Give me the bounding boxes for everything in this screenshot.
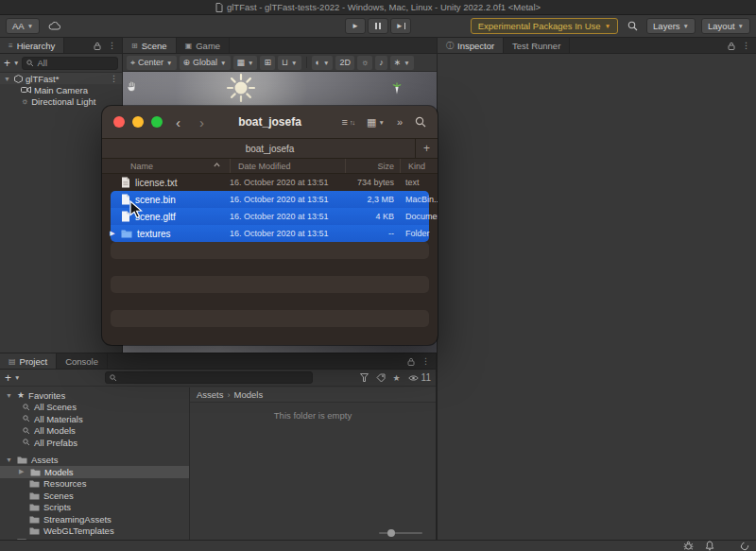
column-date-modified[interactable]: Date Modified xyxy=(230,159,345,173)
empty-folder-message: This folder is empty xyxy=(190,410,436,421)
chevron-down-icon: ▼ xyxy=(13,60,19,66)
column-name[interactable]: Name xyxy=(102,159,230,173)
play-button[interactable]: ► xyxy=(345,18,366,34)
folder-icon xyxy=(29,526,40,535)
grid-visibility-dropdown[interactable]: ▦ ▼ xyxy=(233,56,258,70)
account-button[interactable]: AA▼ xyxy=(6,18,40,34)
tab-game[interactable]: ▣ Game xyxy=(177,38,230,53)
search-icon xyxy=(23,439,30,446)
search-button[interactable] xyxy=(624,18,641,34)
folder-streamingassets[interactable]: StreamingAssets xyxy=(0,513,189,525)
slider-knob[interactable] xyxy=(387,529,395,537)
pause-icon xyxy=(375,23,381,29)
file-row-scene-gltf[interactable]: scene.gltf 16. October 2020 at 13:51 4 K… xyxy=(102,208,438,225)
step-button[interactable]: ► xyxy=(390,18,411,34)
minimize-button[interactable] xyxy=(132,116,144,128)
disclosure-triangle-icon[interactable]: ▶ xyxy=(109,230,116,237)
folder-icon xyxy=(29,479,40,488)
finder-tab-title[interactable]: boat_josefa xyxy=(246,144,295,154)
panel-menu-icon[interactable]: ⋮ xyxy=(421,356,430,366)
hidden-packages-toggle[interactable]: 11 xyxy=(408,372,431,383)
tab-console[interactable]: Console xyxy=(57,353,108,369)
debugger-icon[interactable] xyxy=(683,541,694,551)
tool-pivot-dropdown[interactable]: ⌖ Center ▼ xyxy=(127,56,177,70)
column-size[interactable]: Size xyxy=(345,159,400,173)
snap-increment-button[interactable]: ⊞ xyxy=(260,56,275,70)
maximize-button[interactable] xyxy=(151,116,163,128)
thumbnail-zoom-slider[interactable] xyxy=(379,532,422,534)
hierarchy-item-main-camera[interactable]: Main Camera xyxy=(0,84,122,95)
add-asset-button[interactable]: + xyxy=(5,372,11,384)
hierarchy-scene-row[interactable]: ▼ glTFast* ⋮ xyxy=(0,73,122,84)
new-tab-button[interactable]: + xyxy=(415,139,438,158)
chevron-down-icon: ▼ xyxy=(738,23,744,29)
foldout-open-icon[interactable]: ▼ xyxy=(6,456,13,463)
grid-snapping-dropdown[interactable]: ⊔ ▼ xyxy=(278,56,301,70)
favorite-all-models[interactable]: All Models xyxy=(0,425,189,438)
close-button[interactable] xyxy=(113,116,125,128)
favorite-all-materials[interactable]: All Materials xyxy=(0,413,189,425)
finder-column-headers: Name Date Modified Size Kind xyxy=(102,159,438,174)
add-gameobject-button[interactable]: + xyxy=(4,58,10,69)
cloud-button[interactable] xyxy=(45,18,62,34)
tool-orientation-dropdown[interactable]: ⊕ Global ▼ xyxy=(180,56,231,70)
folder-resources[interactable]: Resources xyxy=(0,478,189,491)
favorite-all-scenes[interactable]: All Scenes xyxy=(0,402,189,414)
tab-project[interactable]: ▤ Project xyxy=(0,353,57,369)
foldout-open-icon[interactable]: ▼ xyxy=(4,76,11,82)
column-kind[interactable]: Kind xyxy=(400,159,438,173)
search-by-type-icon[interactable] xyxy=(360,373,369,382)
2d-toggle-button[interactable]: 2D xyxy=(335,56,354,70)
forward-button[interactable]: › xyxy=(199,114,204,130)
file-row-scene-bin[interactable]: scene.bin 16. October 2020 at 13:51 2,3 … xyxy=(102,191,438,208)
effects-dropdown[interactable]: ∗ ▼ xyxy=(390,56,414,70)
tab-test-runner[interactable]: Test Runner xyxy=(504,38,570,53)
lock-icon[interactable] xyxy=(407,357,415,366)
hierarchy-item-directional-light[interactable]: ☼ Directional Light xyxy=(0,95,122,107)
finder-search-button[interactable] xyxy=(415,116,426,128)
notification-bell-icon[interactable] xyxy=(705,541,714,551)
grid-icon: ▦ xyxy=(237,58,246,67)
folder-models[interactable]: ▶ Models xyxy=(0,466,189,478)
scene-audio-toggle[interactable]: ♪ xyxy=(375,56,387,70)
lock-icon[interactable] xyxy=(94,42,101,50)
view-list-button[interactable]: ≡↑↓ xyxy=(342,116,354,128)
lock-icon[interactable] xyxy=(728,42,735,50)
search-by-label-icon[interactable] xyxy=(376,373,386,383)
panel-menu-icon[interactable]: ⋮ xyxy=(108,41,116,50)
draw-mode-dropdown[interactable]: ◐ ▼ xyxy=(312,56,334,70)
breadcrumb-assets[interactable]: Assets xyxy=(197,389,224,400)
foldout-closed-icon[interactable]: ▶ xyxy=(19,468,26,475)
scene-lighting-toggle[interactable]: ☼ xyxy=(357,56,372,70)
favorite-all-prefabs[interactable]: All Prefabs xyxy=(0,437,189,449)
toolbar-overflow-button[interactable]: » xyxy=(397,116,403,128)
back-button[interactable]: ‹ xyxy=(176,114,180,130)
group-by-button[interactable]: ▦▼ xyxy=(367,116,385,129)
search-icon xyxy=(23,427,30,435)
folder-webgltemplates[interactable]: WebGLTemplates xyxy=(0,525,189,538)
folder-scenes[interactable]: Scenes xyxy=(0,490,189,502)
favorites-root[interactable]: ▼ ★ Favorites xyxy=(0,389,189,402)
tab-inspector[interactable]: ⓘ Inspector xyxy=(438,38,504,53)
scene-menu-icon[interactable]: ⋮ xyxy=(110,74,118,83)
assets-root[interactable]: ▼ Assets xyxy=(0,455,189,467)
file-row-license[interactable]: license.txt 16. October 2020 at 13:51 73… xyxy=(102,174,438,191)
tab-hierarchy[interactable]: ≡ Hierarchy xyxy=(0,38,64,53)
folder-scripts[interactable]: Scripts xyxy=(0,502,189,514)
file-row-textures[interactable]: ▶ textures 16. October 2020 at 13:51 -- … xyxy=(102,225,438,242)
tab-scene[interactable]: ⊞ Scene xyxy=(123,38,177,53)
project-search-input[interactable] xyxy=(105,371,313,384)
foldout-open-icon[interactable]: ▼ xyxy=(6,392,13,399)
layers-dropdown[interactable]: Layers▼ xyxy=(646,18,696,34)
empty-row xyxy=(102,327,438,344)
save-search-star-icon[interactable]: ★ xyxy=(393,373,401,383)
star-icon: ★ xyxy=(17,390,25,400)
panel-menu-icon[interactable]: ⋮ xyxy=(742,41,750,50)
layout-dropdown[interactable]: Layout▼ xyxy=(701,18,750,34)
breadcrumb-models[interactable]: Models xyxy=(234,389,264,400)
toolbar-separator xyxy=(306,57,307,68)
hierarchy-search-input[interactable]: All xyxy=(22,57,118,70)
experimental-packages-button[interactable]: Experimental Packages In Use▼ xyxy=(471,18,618,34)
pause-button[interactable] xyxy=(368,18,388,34)
empty-row xyxy=(102,259,438,276)
